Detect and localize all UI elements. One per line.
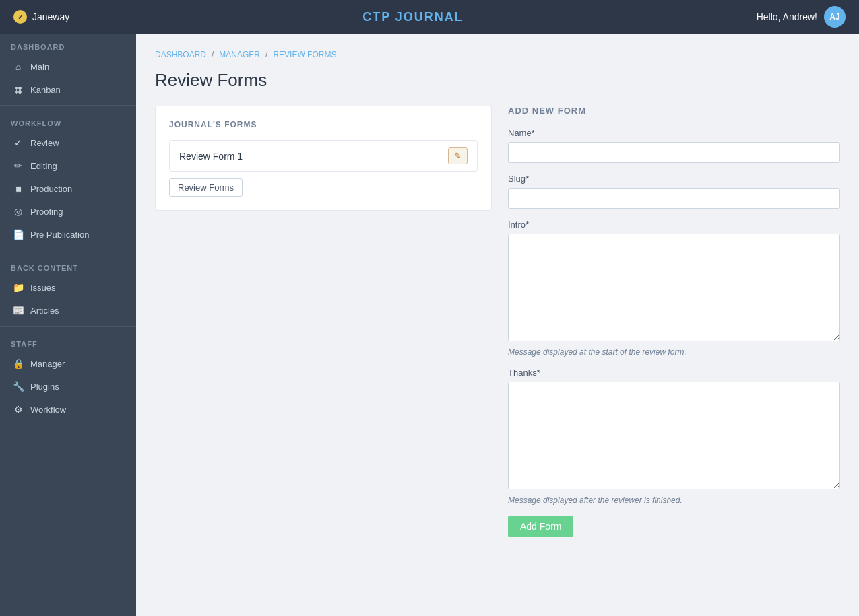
review-forms-link-button[interactable]: Review Forms bbox=[169, 178, 243, 197]
breadcrumb-dashboard[interactable]: DASHBOARD bbox=[155, 50, 206, 59]
slug-label: Slug* bbox=[508, 174, 840, 184]
page-title: Review Forms bbox=[155, 70, 840, 91]
sidebar-item-prepub-label: Pre Publication bbox=[30, 230, 89, 240]
app-brand[interactable]: ✓ Janeway bbox=[13, 10, 69, 24]
sidebar-item-main-label: Main bbox=[30, 62, 49, 72]
issues-icon: 📁 bbox=[13, 282, 24, 293]
breadcrumb-manager[interactable]: MANAGER bbox=[219, 50, 260, 59]
sidebar-item-plugins[interactable]: 🔧 Plugins bbox=[0, 375, 136, 398]
intro-textarea[interactable] bbox=[508, 234, 840, 341]
sidebar-item-plugins-label: Plugins bbox=[30, 382, 59, 392]
sidebar-item-review[interactable]: ✓ Review bbox=[0, 131, 136, 154]
production-icon: ▣ bbox=[13, 183, 24, 194]
name-label: Name* bbox=[508, 128, 840, 138]
manager-icon: 🔒 bbox=[13, 358, 24, 369]
journal-name: CTP JOURNAL bbox=[362, 10, 464, 24]
journals-forms-card: JOURNAL'S FORMS Review Form 1 ✎ Review F… bbox=[155, 106, 492, 211]
app-name: Janeway bbox=[32, 11, 69, 22]
thanks-hint: Message displayed after the reviewer is … bbox=[508, 495, 840, 505]
user-info: Hello, Andrew! AJ bbox=[757, 6, 846, 28]
thanks-field-group: Thanks* Message displayed after the revi… bbox=[508, 368, 840, 505]
sidebar-item-proofing-label: Proofing bbox=[30, 207, 63, 217]
thanks-textarea[interactable] bbox=[508, 382, 840, 489]
editing-icon: ✏ bbox=[13, 160, 24, 171]
breadcrumb-sep-2: / bbox=[265, 50, 267, 59]
thanks-label: Thanks* bbox=[508, 368, 840, 378]
sidebar-section-dashboard: DASHBOARD bbox=[0, 34, 136, 55]
sidebar-item-main[interactable]: ⌂ Main bbox=[0, 55, 136, 78]
sidebar-section-back-content: BACK CONTENT bbox=[0, 254, 136, 276]
avatar[interactable]: AJ bbox=[824, 6, 846, 28]
janeway-logo-icon: ✓ bbox=[13, 10, 27, 24]
two-col-layout: JOURNAL'S FORMS Review Form 1 ✎ Review F… bbox=[155, 106, 840, 537]
slug-field-group: Slug* bbox=[508, 174, 840, 209]
journals-forms-section: JOURNAL'S FORMS Review Form 1 ✎ Review F… bbox=[155, 106, 492, 537]
sidebar-item-issues[interactable]: 📁 Issues bbox=[0, 276, 136, 299]
prepub-icon: 📄 bbox=[13, 229, 24, 240]
workflow-bottom-icon: ⚙ bbox=[13, 404, 24, 415]
sidebar-item-articles[interactable]: 📰 Articles bbox=[0, 299, 136, 322]
add-new-form-title: ADD NEW FORM bbox=[508, 106, 840, 116]
sidebar-item-manager[interactable]: 🔒 Manager bbox=[0, 352, 136, 375]
sidebar-item-workflow-bottom-label: Workflow bbox=[30, 405, 66, 415]
top-header: ✓ Janeway CTP JOURNAL Hello, Andrew! AJ bbox=[0, 0, 859, 34]
kanban-icon: ▦ bbox=[13, 84, 24, 95]
form-item-name: Review Form 1 bbox=[179, 151, 243, 162]
main-content: DASHBOARD / MANAGER / REVIEW FORMS Revie… bbox=[136, 34, 859, 616]
sidebar-section-workflow: WORKFLOW bbox=[0, 110, 136, 131]
edit-form-button[interactable]: ✎ bbox=[448, 147, 468, 164]
sidebar-item-prepub[interactable]: 📄 Pre Publication bbox=[0, 223, 136, 246]
intro-hint: Message displayed at the start of the re… bbox=[508, 347, 840, 357]
breadcrumb-sep-1: / bbox=[212, 50, 214, 59]
main-icon: ⌂ bbox=[13, 61, 24, 72]
sidebar-item-production[interactable]: ▣ Production bbox=[0, 177, 136, 200]
sidebar-item-workflow-bottom[interactable]: ⚙ Workflow bbox=[0, 398, 136, 421]
sidebar-item-manager-label: Manager bbox=[30, 359, 65, 369]
sidebar-item-editing-label: Editing bbox=[30, 161, 57, 171]
sidebar-item-kanban[interactable]: ▦ Kanban bbox=[0, 78, 136, 101]
slug-input[interactable] bbox=[508, 188, 840, 209]
name-input[interactable] bbox=[508, 142, 840, 163]
name-field-group: Name* bbox=[508, 128, 840, 163]
sidebar-item-review-label: Review bbox=[30, 138, 59, 148]
sidebar-section-staff: STAFF bbox=[0, 331, 136, 352]
add-form-button[interactable]: Add Form bbox=[508, 516, 573, 537]
plugins-icon: 🔧 bbox=[13, 381, 24, 392]
journals-forms-title: JOURNAL'S FORMS bbox=[169, 120, 478, 129]
breadcrumb-review-forms[interactable]: REVIEW FORMS bbox=[273, 50, 336, 59]
greeting-text: Hello, Andrew! bbox=[757, 11, 817, 22]
intro-label: Intro* bbox=[508, 219, 840, 230]
breadcrumb: DASHBOARD / MANAGER / REVIEW FORMS bbox=[155, 50, 840, 59]
sidebar-item-proofing[interactable]: ◎ Proofing bbox=[0, 200, 136, 223]
articles-icon: 📰 bbox=[13, 305, 24, 316]
sidebar-item-production-label: Production bbox=[30, 184, 72, 194]
form-item-row: Review Form 1 ✎ bbox=[169, 140, 478, 172]
intro-field-group: Intro* Message displayed at the start of… bbox=[508, 219, 840, 357]
review-icon: ✓ bbox=[13, 137, 24, 148]
sidebar-item-articles-label: Articles bbox=[30, 306, 59, 316]
sidebar-item-editing[interactable]: ✏ Editing bbox=[0, 154, 136, 177]
proofing-icon: ◎ bbox=[13, 206, 24, 217]
sidebar: DASHBOARD ⌂ Main ▦ Kanban WORKFLOW ✓ Rev… bbox=[0, 34, 136, 616]
add-new-form-section: ADD NEW FORM Name* Slug* Intro* Message … bbox=[508, 106, 840, 537]
sidebar-item-kanban-label: Kanban bbox=[30, 85, 61, 95]
sidebar-item-issues-label: Issues bbox=[30, 283, 56, 293]
